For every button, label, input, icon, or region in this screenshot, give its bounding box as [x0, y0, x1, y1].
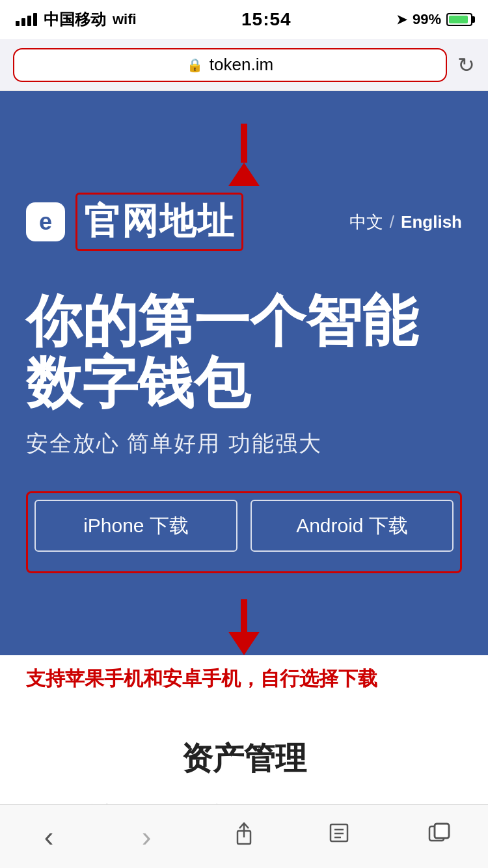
annotation-text: 支持苹果手机和安卓手机，自行选择下载	[0, 655, 488, 705]
status-right: ➤ 99%	[396, 11, 472, 28]
logo-char: e	[39, 208, 52, 236]
main-hero-section: e 官网地址 中文 / English 你的第一个智能数字钱包 安全放心 简单好…	[0, 91, 488, 655]
back-button[interactable]: ‹	[23, 817, 75, 856]
status-left: 中国移动 wifi	[16, 9, 137, 30]
carrier-label: 中国移动	[44, 9, 106, 30]
share-icon	[234, 822, 254, 852]
status-time: 15:54	[241, 9, 291, 30]
svg-rect-7	[435, 824, 449, 838]
location-icon: ➤	[396, 12, 407, 27]
logo-area: e 官网地址	[26, 193, 243, 251]
url-text[interactable]: token.im	[210, 55, 273, 75]
signal-icon	[16, 13, 37, 26]
bookmarks-button[interactable]	[316, 817, 368, 856]
lang-english-btn[interactable]: English	[401, 212, 462, 232]
status-bar: 中国移动 wifi 15:54 ➤ 99%	[0, 0, 488, 39]
browser-bar: 🔒 token.im ↻	[0, 39, 488, 91]
language-switcher[interactable]: 中文 / English	[349, 211, 462, 234]
battery-percent: 99%	[413, 11, 441, 28]
section-title: 资产管理	[26, 738, 462, 780]
url-annotation-arrow	[26, 117, 462, 193]
hero-title: 你的第一个智能数字钱包	[26, 290, 462, 413]
wifi-icon: wifi	[113, 11, 137, 28]
lock-icon: 🔒	[187, 57, 203, 73]
reload-button[interactable]: ↻	[457, 53, 475, 77]
hero-subtitle: 安全放心 简单好用 功能强大	[26, 429, 462, 459]
back-icon: ‹	[44, 821, 54, 853]
iphone-download-button[interactable]: iPhone 下载	[34, 500, 237, 552]
download-buttons-wrapper: iPhone 下载 Android 下载	[26, 491, 462, 573]
bottom-navigation: ‹ ›	[0, 804, 488, 868]
bookmarks-icon	[329, 822, 354, 851]
site-title: 官网地址	[84, 200, 235, 241]
site-header: e 官网地址 中文 / English	[26, 193, 462, 251]
forward-button[interactable]: ›	[120, 817, 172, 856]
share-button[interactable]	[218, 817, 270, 856]
android-download-button[interactable]: Android 下载	[251, 500, 454, 552]
lang-divider: /	[390, 212, 394, 232]
buttons-annotation-arrow	[26, 593, 462, 655]
tabs-button[interactable]	[413, 817, 465, 856]
tabs-icon	[428, 822, 450, 850]
download-buttons-row: iPhone 下载 Android 下载	[34, 500, 454, 552]
logo-icon: e	[26, 202, 65, 241]
lang-chinese-btn[interactable]: 中文	[349, 211, 383, 234]
url-bar[interactable]: 🔒 token.im	[13, 48, 447, 82]
battery-icon	[446, 13, 472, 26]
title-annotation: 官网地址	[75, 193, 243, 251]
forward-icon: ›	[142, 821, 152, 853]
hero-content: 你的第一个智能数字钱包 安全放心 简单好用 功能强大 iPhone 下载 And…	[26, 264, 462, 593]
